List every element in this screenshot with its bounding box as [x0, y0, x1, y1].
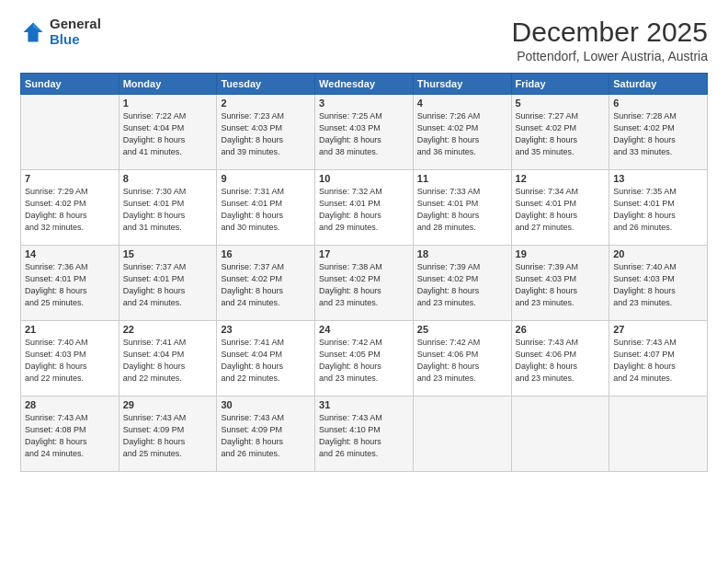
- day-info: Sunrise: 7:36 AM Sunset: 4:01 PM Dayligh…: [25, 262, 88, 307]
- calendar-day-cell: [21, 95, 119, 170]
- day-info: Sunrise: 7:40 AM Sunset: 4:03 PM Dayligh…: [613, 262, 677, 307]
- weekday-header-thursday: Thursday: [413, 74, 511, 95]
- header: General Blue December 2025 Pottendorf, L…: [20, 17, 708, 63]
- day-info: Sunrise: 7:37 AM Sunset: 4:01 PM Dayligh…: [123, 262, 187, 307]
- calendar-week-row: 28Sunrise: 7:43 AM Sunset: 4:08 PM Dayli…: [21, 396, 708, 472]
- page: General Blue December 2025 Pottendorf, L…: [0, 0, 728, 563]
- weekday-header-row: SundayMondayTuesdayWednesdayThursdayFrid…: [21, 74, 708, 95]
- day-number: 27: [613, 324, 703, 335]
- day-info: Sunrise: 7:35 AM Sunset: 4:01 PM Dayligh…: [613, 187, 677, 232]
- logo-blue: Blue: [50, 32, 101, 48]
- day-number: 11: [417, 173, 507, 184]
- day-info: Sunrise: 7:43 AM Sunset: 4:08 PM Dayligh…: [25, 413, 88, 458]
- title-block: December 2025 Pottendorf, Lower Austria,…: [512, 17, 708, 63]
- calendar-day-cell: 18Sunrise: 7:39 AM Sunset: 4:02 PM Dayli…: [413, 246, 511, 321]
- day-info: Sunrise: 7:43 AM Sunset: 4:09 PM Dayligh…: [221, 413, 284, 458]
- day-info: Sunrise: 7:31 AM Sunset: 4:01 PM Dayligh…: [221, 187, 284, 232]
- calendar-day-cell: 16Sunrise: 7:37 AM Sunset: 4:02 PM Dayli…: [217, 246, 315, 321]
- day-number: 13: [613, 173, 703, 184]
- calendar-day-cell: 12Sunrise: 7:34 AM Sunset: 4:01 PM Dayli…: [511, 170, 609, 246]
- day-info: Sunrise: 7:27 AM Sunset: 4:02 PM Dayligh…: [516, 111, 579, 156]
- day-info: Sunrise: 7:26 AM Sunset: 4:02 PM Dayligh…: [417, 111, 481, 156]
- logo: General Blue: [20, 17, 101, 47]
- day-number: 3: [319, 98, 409, 109]
- day-info: Sunrise: 7:33 AM Sunset: 4:01 PM Dayligh…: [417, 187, 481, 232]
- weekday-header-monday: Monday: [119, 74, 217, 95]
- calendar-day-cell: [511, 396, 609, 472]
- day-info: Sunrise: 7:41 AM Sunset: 4:04 PM Dayligh…: [123, 338, 187, 383]
- day-number: 25: [417, 324, 507, 335]
- calendar-day-cell: 1Sunrise: 7:22 AM Sunset: 4:04 PM Daylig…: [119, 95, 217, 170]
- day-number: 5: [516, 98, 606, 109]
- day-info: Sunrise: 7:28 AM Sunset: 4:02 PM Dayligh…: [613, 111, 677, 156]
- day-info: Sunrise: 7:41 AM Sunset: 4:04 PM Dayligh…: [221, 338, 284, 383]
- calendar-day-cell: 14Sunrise: 7:36 AM Sunset: 4:01 PM Dayli…: [21, 246, 119, 321]
- calendar-week-row: 7Sunrise: 7:29 AM Sunset: 4:02 PM Daylig…: [21, 170, 708, 246]
- day-info: Sunrise: 7:43 AM Sunset: 4:09 PM Dayligh…: [123, 413, 187, 458]
- day-number: 23: [221, 324, 311, 335]
- day-number: 18: [417, 248, 507, 259]
- day-number: 8: [123, 173, 213, 184]
- day-info: Sunrise: 7:39 AM Sunset: 4:02 PM Dayligh…: [417, 262, 481, 307]
- weekday-header-saturday: Saturday: [609, 74, 708, 95]
- day-number: 16: [221, 248, 311, 259]
- calendar-day-cell: 24Sunrise: 7:42 AM Sunset: 4:05 PM Dayli…: [315, 321, 414, 396]
- calendar-day-cell: 17Sunrise: 7:38 AM Sunset: 4:02 PM Dayli…: [315, 246, 414, 321]
- day-info: Sunrise: 7:25 AM Sunset: 4:03 PM Dayligh…: [319, 111, 382, 156]
- calendar-day-cell: 11Sunrise: 7:33 AM Sunset: 4:01 PM Dayli…: [413, 170, 511, 246]
- day-number: 24: [319, 324, 409, 335]
- day-info: Sunrise: 7:38 AM Sunset: 4:02 PM Dayligh…: [319, 262, 382, 307]
- day-info: Sunrise: 7:29 AM Sunset: 4:02 PM Dayligh…: [25, 187, 88, 232]
- calendar-day-cell: 10Sunrise: 7:32 AM Sunset: 4:01 PM Dayli…: [315, 170, 414, 246]
- weekday-header-tuesday: Tuesday: [217, 74, 315, 95]
- calendar-day-cell: 19Sunrise: 7:39 AM Sunset: 4:03 PM Dayli…: [511, 246, 609, 321]
- day-info: Sunrise: 7:43 AM Sunset: 4:10 PM Dayligh…: [319, 413, 382, 458]
- day-number: 26: [516, 324, 606, 335]
- day-info: Sunrise: 7:39 AM Sunset: 4:03 PM Dayligh…: [516, 262, 579, 307]
- calendar-day-cell: 5Sunrise: 7:27 AM Sunset: 4:02 PM Daylig…: [511, 95, 609, 170]
- day-info: Sunrise: 7:34 AM Sunset: 4:01 PM Dayligh…: [516, 187, 579, 232]
- day-info: Sunrise: 7:30 AM Sunset: 4:01 PM Dayligh…: [123, 187, 187, 232]
- calendar-day-cell: 13Sunrise: 7:35 AM Sunset: 4:01 PM Dayli…: [609, 170, 708, 246]
- calendar-day-cell: 3Sunrise: 7:25 AM Sunset: 4:03 PM Daylig…: [315, 95, 414, 170]
- day-number: 21: [25, 324, 115, 335]
- main-title: December 2025: [512, 17, 708, 47]
- day-number: 4: [417, 98, 507, 109]
- logo-general: General: [50, 17, 101, 32]
- calendar-week-row: 14Sunrise: 7:36 AM Sunset: 4:01 PM Dayli…: [21, 246, 708, 321]
- weekday-header-wednesday: Wednesday: [315, 74, 414, 95]
- day-number: 29: [123, 399, 213, 410]
- day-info: Sunrise: 7:23 AM Sunset: 4:03 PM Dayligh…: [221, 111, 284, 156]
- calendar-day-cell: [413, 396, 511, 472]
- calendar-day-cell: 15Sunrise: 7:37 AM Sunset: 4:01 PM Dayli…: [119, 246, 217, 321]
- calendar-day-cell: [609, 396, 708, 472]
- calendar-week-row: 1Sunrise: 7:22 AM Sunset: 4:04 PM Daylig…: [21, 95, 708, 170]
- calendar-day-cell: 23Sunrise: 7:41 AM Sunset: 4:04 PM Dayli…: [217, 321, 315, 396]
- day-number: 7: [25, 173, 115, 184]
- day-number: 28: [25, 399, 115, 410]
- calendar-table: SundayMondayTuesdayWednesdayThursdayFrid…: [20, 73, 708, 472]
- calendar-day-cell: 7Sunrise: 7:29 AM Sunset: 4:02 PM Daylig…: [21, 170, 119, 246]
- day-number: 30: [221, 399, 311, 410]
- subtitle: Pottendorf, Lower Austria, Austria: [512, 49, 708, 63]
- logo-text: General Blue: [50, 17, 101, 47]
- calendar-day-cell: 31Sunrise: 7:43 AM Sunset: 4:10 PM Dayli…: [315, 396, 414, 472]
- day-number: 1: [123, 98, 213, 109]
- day-number: 31: [319, 399, 409, 410]
- weekday-header-sunday: Sunday: [21, 74, 119, 95]
- day-info: Sunrise: 7:32 AM Sunset: 4:01 PM Dayligh…: [319, 187, 382, 232]
- calendar-day-cell: 27Sunrise: 7:43 AM Sunset: 4:07 PM Dayli…: [609, 321, 708, 396]
- day-number: 19: [516, 248, 606, 259]
- calendar-day-cell: 29Sunrise: 7:43 AM Sunset: 4:09 PM Dayli…: [119, 396, 217, 472]
- calendar-day-cell: 25Sunrise: 7:42 AM Sunset: 4:06 PM Dayli…: [413, 321, 511, 396]
- day-number: 2: [221, 98, 311, 109]
- day-number: 15: [123, 248, 213, 259]
- day-number: 10: [319, 173, 409, 184]
- day-number: 14: [25, 248, 115, 259]
- calendar-day-cell: 8Sunrise: 7:30 AM Sunset: 4:01 PM Daylig…: [119, 170, 217, 246]
- calendar-day-cell: 22Sunrise: 7:41 AM Sunset: 4:04 PM Dayli…: [119, 321, 217, 396]
- day-number: 17: [319, 248, 409, 259]
- day-number: 22: [123, 324, 213, 335]
- calendar-day-cell: 21Sunrise: 7:40 AM Sunset: 4:03 PM Dayli…: [21, 321, 119, 396]
- calendar-day-cell: 9Sunrise: 7:31 AM Sunset: 4:01 PM Daylig…: [217, 170, 315, 246]
